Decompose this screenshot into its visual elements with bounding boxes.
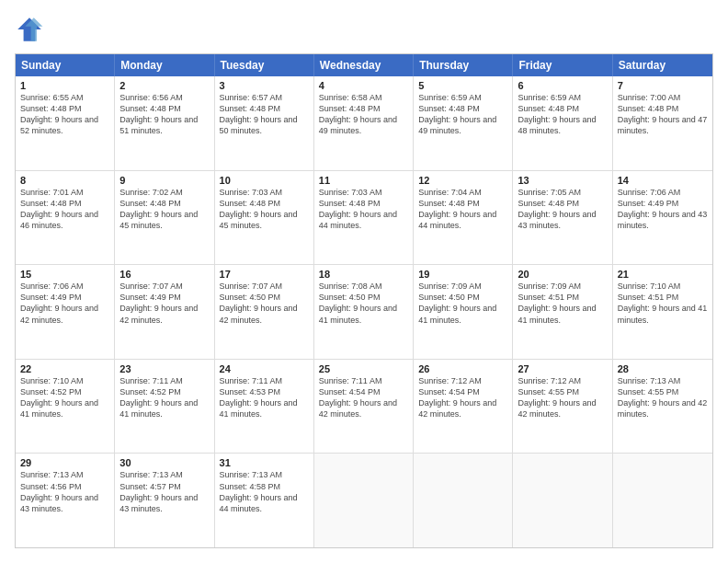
day-info: Sunrise: 7:12 AM Sunset: 4:55 PM Dayligh… <box>518 375 607 420</box>
day-header-saturday: Saturday <box>613 54 712 76</box>
day-info: Sunrise: 6:59 AM Sunset: 4:48 PM Dayligh… <box>518 92 607 137</box>
day-info: Sunrise: 7:13 AM Sunset: 4:55 PM Dayligh… <box>618 375 708 420</box>
day-number: 4 <box>319 80 408 91</box>
day-info: Sunrise: 7:09 AM Sunset: 4:50 PM Dayligh… <box>418 281 507 326</box>
cal-day-15: 15Sunrise: 7:06 AM Sunset: 4:49 PM Dayli… <box>16 265 115 359</box>
day-info: Sunrise: 7:11 AM Sunset: 4:53 PM Dayligh… <box>220 375 309 420</box>
day-info: Sunrise: 7:06 AM Sunset: 4:49 PM Dayligh… <box>618 187 708 232</box>
day-number: 1 <box>20 80 109 91</box>
cal-day-11: 11Sunrise: 7:03 AM Sunset: 4:48 PM Dayli… <box>314 171 414 265</box>
day-number: 25 <box>319 363 408 374</box>
cal-day-13: 13Sunrise: 7:05 AM Sunset: 4:48 PM Dayli… <box>513 171 612 265</box>
cal-day-7: 7Sunrise: 7:00 AM Sunset: 4:48 PM Daylig… <box>613 76 712 170</box>
day-info: Sunrise: 7:08 AM Sunset: 4:50 PM Dayligh… <box>319 281 408 326</box>
day-number: 28 <box>618 363 708 374</box>
day-number: 19 <box>418 269 507 280</box>
day-info: Sunrise: 7:09 AM Sunset: 4:51 PM Dayligh… <box>518 281 607 326</box>
cal-day-18: 18Sunrise: 7:08 AM Sunset: 4:50 PM Dayli… <box>314 265 414 359</box>
day-info: Sunrise: 6:58 AM Sunset: 4:48 PM Dayligh… <box>319 92 408 137</box>
day-number: 31 <box>220 457 309 468</box>
day-number: 18 <box>319 269 408 280</box>
day-header-tuesday: Tuesday <box>215 54 314 76</box>
cal-day-14: 14Sunrise: 7:06 AM Sunset: 4:49 PM Dayli… <box>613 171 712 265</box>
day-number: 21 <box>618 269 708 280</box>
day-number: 22 <box>20 363 109 374</box>
day-info: Sunrise: 7:11 AM Sunset: 4:54 PM Dayligh… <box>319 375 408 420</box>
day-number: 16 <box>119 269 209 280</box>
day-header-thursday: Thursday <box>414 54 513 76</box>
cal-day-22: 22Sunrise: 7:10 AM Sunset: 4:52 PM Dayli… <box>16 360 115 454</box>
day-info: Sunrise: 7:03 AM Sunset: 4:48 PM Dayligh… <box>220 187 309 232</box>
cal-day-12: 12Sunrise: 7:04 AM Sunset: 4:48 PM Dayli… <box>414 171 513 265</box>
day-number: 10 <box>220 175 309 186</box>
day-number: 29 <box>20 457 109 468</box>
day-info: Sunrise: 7:13 AM Sunset: 4:56 PM Dayligh… <box>20 469 109 514</box>
day-info: Sunrise: 7:07 AM Sunset: 4:50 PM Dayligh… <box>220 281 309 326</box>
day-number: 14 <box>618 175 708 186</box>
day-header-monday: Monday <box>115 54 214 76</box>
day-info: Sunrise: 6:59 AM Sunset: 4:48 PM Dayligh… <box>418 92 507 137</box>
cal-day-4: 4Sunrise: 6:58 AM Sunset: 4:48 PM Daylig… <box>314 76 414 170</box>
cal-empty-4-4 <box>414 454 513 547</box>
cal-day-6: 6Sunrise: 6:59 AM Sunset: 4:48 PM Daylig… <box>513 76 612 170</box>
day-number: 9 <box>119 175 209 186</box>
day-info: Sunrise: 6:56 AM Sunset: 4:48 PM Dayligh… <box>119 92 209 137</box>
header <box>15 15 713 44</box>
cal-day-27: 27Sunrise: 7:12 AM Sunset: 4:55 PM Dayli… <box>513 360 612 454</box>
cal-week-2: 8Sunrise: 7:01 AM Sunset: 4:48 PM Daylig… <box>16 170 712 265</box>
day-info: Sunrise: 7:04 AM Sunset: 4:48 PM Dayligh… <box>418 187 507 232</box>
cal-day-28: 28Sunrise: 7:13 AM Sunset: 4:55 PM Dayli… <box>613 360 712 454</box>
calendar: SundayMondayTuesdayWednesdayThursdayFrid… <box>15 53 713 548</box>
day-number: 8 <box>20 175 109 186</box>
day-number: 26 <box>418 363 507 374</box>
cal-day-19: 19Sunrise: 7:09 AM Sunset: 4:50 PM Dayli… <box>414 265 513 359</box>
cal-day-3: 3Sunrise: 6:57 AM Sunset: 4:48 PM Daylig… <box>215 76 314 170</box>
cal-day-25: 25Sunrise: 7:11 AM Sunset: 4:54 PM Dayli… <box>314 360 414 454</box>
cal-day-2: 2Sunrise: 6:56 AM Sunset: 4:48 PM Daylig… <box>115 76 214 170</box>
day-info: Sunrise: 7:11 AM Sunset: 4:52 PM Dayligh… <box>119 375 209 420</box>
cal-day-17: 17Sunrise: 7:07 AM Sunset: 4:50 PM Dayli… <box>215 265 314 359</box>
day-info: Sunrise: 6:55 AM Sunset: 4:48 PM Dayligh… <box>20 92 109 137</box>
day-number: 3 <box>220 80 309 91</box>
day-info: Sunrise: 7:13 AM Sunset: 4:58 PM Dayligh… <box>220 469 309 514</box>
cal-week-5: 29Sunrise: 7:13 AM Sunset: 4:56 PM Dayli… <box>16 453 712 547</box>
logo <box>15 15 48 44</box>
cal-day-10: 10Sunrise: 7:03 AM Sunset: 4:48 PM Dayli… <box>215 171 314 265</box>
day-number: 12 <box>418 175 507 186</box>
day-info: Sunrise: 7:13 AM Sunset: 4:57 PM Dayligh… <box>119 469 209 514</box>
cal-empty-4-6 <box>613 454 712 547</box>
day-info: Sunrise: 7:10 AM Sunset: 4:52 PM Dayligh… <box>20 375 109 420</box>
day-number: 24 <box>220 363 309 374</box>
day-number: 15 <box>20 269 109 280</box>
cal-day-24: 24Sunrise: 7:11 AM Sunset: 4:53 PM Dayli… <box>215 360 314 454</box>
svg-marker-0 <box>17 17 41 41</box>
cal-week-4: 22Sunrise: 7:10 AM Sunset: 4:52 PM Dayli… <box>16 359 712 454</box>
day-number: 27 <box>518 363 607 374</box>
day-number: 5 <box>418 80 507 91</box>
cal-day-31: 31Sunrise: 7:13 AM Sunset: 4:58 PM Dayli… <box>215 454 314 547</box>
cal-empty-4-5 <box>513 454 612 547</box>
day-number: 17 <box>220 269 309 280</box>
cal-day-23: 23Sunrise: 7:11 AM Sunset: 4:52 PM Dayli… <box>115 360 214 454</box>
day-info: Sunrise: 7:00 AM Sunset: 4:48 PM Dayligh… <box>618 92 708 137</box>
cal-day-1: 1Sunrise: 6:55 AM Sunset: 4:48 PM Daylig… <box>16 76 115 170</box>
day-header-friday: Friday <box>513 54 612 76</box>
day-info: Sunrise: 7:06 AM Sunset: 4:49 PM Dayligh… <box>20 281 109 326</box>
day-info: Sunrise: 6:57 AM Sunset: 4:48 PM Dayligh… <box>220 92 309 137</box>
cal-empty-4-3 <box>314 454 414 547</box>
cal-week-3: 15Sunrise: 7:06 AM Sunset: 4:49 PM Dayli… <box>16 264 712 359</box>
day-header-sunday: Sunday <box>16 54 115 76</box>
day-number: 20 <box>518 269 607 280</box>
cal-week-1: 1Sunrise: 6:55 AM Sunset: 4:48 PM Daylig… <box>16 76 712 170</box>
cal-day-9: 9Sunrise: 7:02 AM Sunset: 4:48 PM Daylig… <box>115 171 214 265</box>
day-info: Sunrise: 7:05 AM Sunset: 4:48 PM Dayligh… <box>518 187 607 232</box>
cal-day-5: 5Sunrise: 6:59 AM Sunset: 4:48 PM Daylig… <box>414 76 513 170</box>
day-number: 11 <box>319 175 408 186</box>
cal-day-20: 20Sunrise: 7:09 AM Sunset: 4:51 PM Dayli… <box>513 265 612 359</box>
day-info: Sunrise: 7:01 AM Sunset: 4:48 PM Dayligh… <box>20 187 109 232</box>
day-number: 23 <box>119 363 209 374</box>
cal-day-8: 8Sunrise: 7:01 AM Sunset: 4:48 PM Daylig… <box>16 171 115 265</box>
day-number: 7 <box>618 80 708 91</box>
day-number: 30 <box>119 457 209 468</box>
calendar-header: SundayMondayTuesdayWednesdayThursdayFrid… <box>16 54 712 76</box>
